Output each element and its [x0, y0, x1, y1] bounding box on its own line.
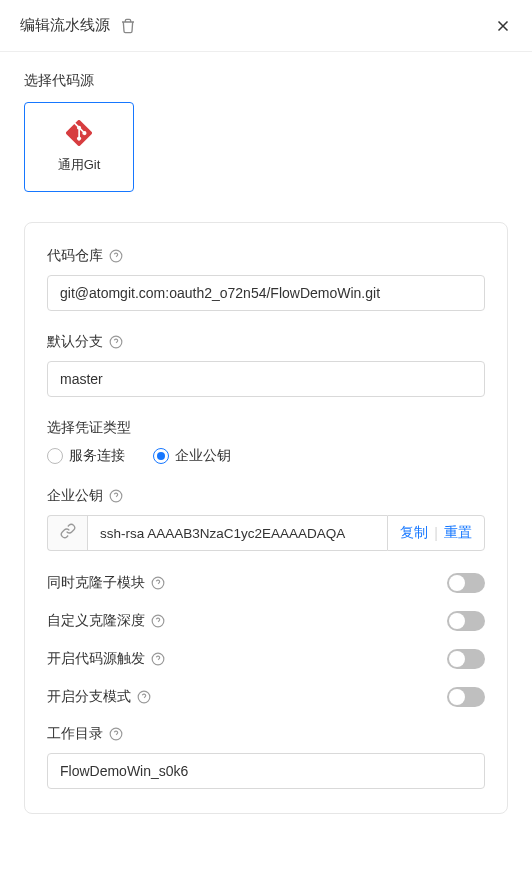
link-button[interactable]	[47, 515, 87, 551]
toggle-branchmode-row: 开启分支模式	[47, 687, 485, 707]
help-icon[interactable]	[109, 489, 123, 503]
repo-label-text: 代码仓库	[47, 247, 103, 265]
help-icon[interactable]	[109, 249, 123, 263]
toggle-trigger-label: 开启代码源触发	[47, 650, 165, 668]
toggle-branchmode-label: 开启分支模式	[47, 688, 151, 706]
pubkey-field: 企业公钥 复制 | 重置	[47, 487, 485, 551]
source-section-label: 选择代码源	[24, 72, 508, 90]
radio-label-service: 服务连接	[69, 447, 125, 465]
cred-label-text: 选择凭证类型	[47, 419, 131, 437]
panel-header: 编辑流水线源	[0, 0, 532, 52]
help-icon[interactable]	[109, 335, 123, 349]
repo-label: 代码仓库	[47, 247, 485, 265]
toggle-clonedepth-row: 自定义克隆深度	[47, 611, 485, 631]
panel-title: 编辑流水线源	[20, 16, 110, 35]
pubkey-label: 企业公钥	[47, 487, 485, 505]
pubkey-actions: 复制 | 重置	[387, 515, 485, 551]
branch-label-text: 默认分支	[47, 333, 103, 351]
radio-service-connection[interactable]: 服务连接	[47, 447, 125, 465]
cred-label: 选择凭证类型	[47, 419, 485, 437]
workdir-label-text: 工作目录	[47, 725, 103, 743]
radio-enterprise-key[interactable]: 企业公钥	[153, 447, 231, 465]
radio-icon	[47, 448, 63, 464]
reset-button[interactable]: 重置	[444, 524, 472, 542]
cred-field: 选择凭证类型 服务连接 企业公钥	[47, 419, 485, 465]
separator: |	[434, 525, 438, 541]
help-icon[interactable]	[109, 727, 123, 741]
close-icon[interactable]	[494, 17, 512, 35]
config-box: 代码仓库 默认分支 选择凭证类型	[24, 222, 508, 814]
copy-button[interactable]: 复制	[400, 524, 428, 542]
repo-field: 代码仓库	[47, 247, 485, 311]
panel-content: 选择代码源 通用Git 代码仓库 默认分	[0, 52, 532, 834]
toggle-clonedepth-label: 自定义克隆深度	[47, 612, 165, 630]
toggle-submodule-label: 同时克隆子模块	[47, 574, 165, 592]
toggle-clonedepth-text: 自定义克隆深度	[47, 612, 145, 630]
help-icon[interactable]	[151, 614, 165, 628]
source-type-card-git[interactable]: 通用Git	[24, 102, 134, 192]
cred-radio-group: 服务连接 企业公钥	[47, 447, 485, 465]
pubkey-input[interactable]	[87, 515, 387, 551]
trash-icon[interactable]	[120, 18, 136, 34]
pubkey-label-text: 企业公钥	[47, 487, 103, 505]
workdir-input[interactable]	[47, 753, 485, 789]
branch-input[interactable]	[47, 361, 485, 397]
toggle-submodule-text: 同时克隆子模块	[47, 574, 145, 592]
pubkey-row: 复制 | 重置	[47, 515, 485, 551]
help-icon[interactable]	[137, 690, 151, 704]
link-icon	[60, 523, 76, 543]
toggle-trigger-row: 开启代码源触发	[47, 649, 485, 669]
branch-field: 默认分支	[47, 333, 485, 397]
toggle-clonedepth[interactable]	[447, 611, 485, 631]
header-left: 编辑流水线源	[20, 16, 136, 35]
radio-icon-selected	[153, 448, 169, 464]
help-icon[interactable]	[151, 576, 165, 590]
edit-pipeline-source-panel: 编辑流水线源 选择代码源 通用Git	[0, 0, 532, 882]
git-icon	[66, 120, 92, 146]
repo-input[interactable]	[47, 275, 485, 311]
toggle-branchmode-text: 开启分支模式	[47, 688, 131, 706]
toggle-trigger-text: 开启代码源触发	[47, 650, 145, 668]
toggle-trigger[interactable]	[447, 649, 485, 669]
toggle-branchmode[interactable]	[447, 687, 485, 707]
workdir-field: 工作目录	[47, 725, 485, 789]
branch-label: 默认分支	[47, 333, 485, 351]
toggle-submodule[interactable]	[447, 573, 485, 593]
toggle-submodule-row: 同时克隆子模块	[47, 573, 485, 593]
source-type-label: 通用Git	[58, 156, 101, 174]
radio-label-key: 企业公钥	[175, 447, 231, 465]
workdir-label: 工作目录	[47, 725, 485, 743]
help-icon[interactable]	[151, 652, 165, 666]
